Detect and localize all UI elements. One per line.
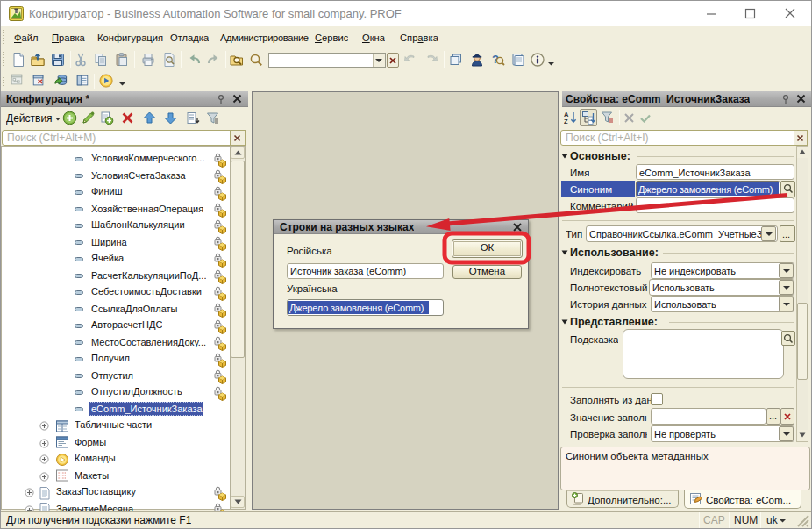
svg-text:Z: Z	[564, 118, 568, 125]
